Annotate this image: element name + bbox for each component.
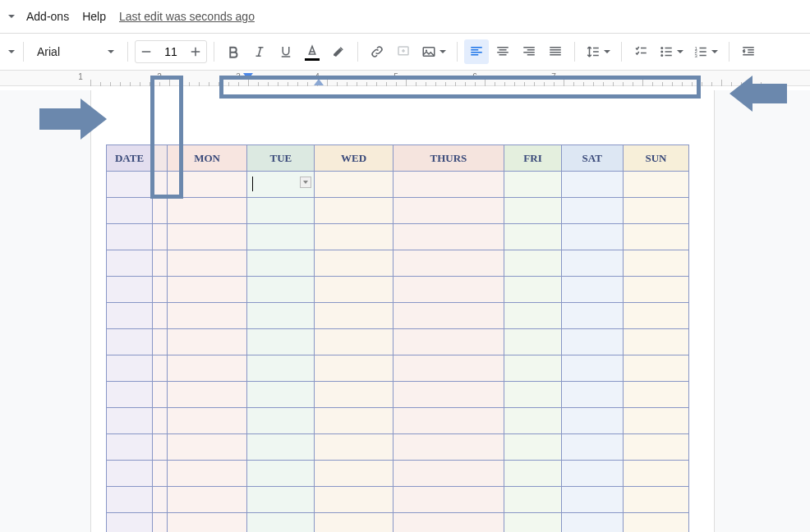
table-cell[interactable] xyxy=(623,461,688,487)
table-cell[interactable] xyxy=(168,355,247,382)
table-cell[interactable] xyxy=(393,224,504,250)
table-cell[interactable] xyxy=(153,303,168,329)
table-cell[interactable] xyxy=(315,513,393,533)
table-cell[interactable] xyxy=(247,198,315,224)
table-cell[interactable] xyxy=(504,487,561,513)
table-cell[interactable] xyxy=(247,172,315,198)
table-cell[interactable] xyxy=(247,277,315,303)
table-cell[interactable] xyxy=(561,434,623,461)
insert-link-button[interactable] xyxy=(365,39,389,64)
table-cell[interactable] xyxy=(153,487,168,513)
table-cell[interactable] xyxy=(153,172,168,198)
table-cell[interactable] xyxy=(561,277,623,303)
ruler[interactable]: 1234567 xyxy=(0,70,810,86)
table-cell[interactable] xyxy=(504,434,561,461)
table-cell[interactable] xyxy=(153,461,168,487)
table-cell[interactable] xyxy=(315,434,393,461)
table-cell[interactable] xyxy=(107,355,153,382)
table-cell[interactable] xyxy=(153,198,168,224)
table-cell[interactable] xyxy=(153,250,168,277)
table-cell[interactable] xyxy=(168,303,247,329)
line-spacing-button[interactable] xyxy=(582,39,614,64)
table-cell[interactable] xyxy=(393,250,504,277)
table-cell[interactable] xyxy=(393,198,504,224)
table-header[interactable]: DATE xyxy=(107,145,153,172)
table-cell[interactable] xyxy=(168,329,247,355)
table-header[interactable]: FRI xyxy=(504,145,561,172)
table-cell[interactable] xyxy=(561,329,623,355)
align-justify-button[interactable] xyxy=(543,39,568,64)
table-cell[interactable] xyxy=(623,434,688,461)
table-cell[interactable] xyxy=(623,355,688,382)
table-cell[interactable] xyxy=(561,382,623,408)
table-cell[interactable] xyxy=(315,303,393,329)
table-cell[interactable] xyxy=(504,355,561,382)
table-cell[interactable] xyxy=(315,250,393,277)
table-cell[interactable] xyxy=(315,277,393,303)
table-cell[interactable] xyxy=(168,513,247,533)
table-cell[interactable] xyxy=(107,198,153,224)
table-cell[interactable] xyxy=(623,224,688,250)
table-cell[interactable] xyxy=(247,250,315,277)
table-cell[interactable] xyxy=(623,513,688,533)
cell-dropdown-button[interactable] xyxy=(300,177,311,188)
table-cell[interactable] xyxy=(623,198,688,224)
align-right-button[interactable] xyxy=(517,39,541,64)
table-cell[interactable] xyxy=(107,250,153,277)
menu-addons[interactable]: Add-ons xyxy=(26,10,69,23)
table-cell[interactable] xyxy=(504,303,561,329)
table-cell[interactable] xyxy=(247,461,315,487)
table-cell[interactable] xyxy=(623,487,688,513)
table-cell[interactable] xyxy=(623,172,688,198)
table-cell[interactable] xyxy=(153,513,168,533)
table-cell[interactable] xyxy=(247,434,315,461)
table-cell[interactable] xyxy=(561,408,623,434)
align-center-button[interactable] xyxy=(490,39,515,64)
table-header[interactable]: WED xyxy=(315,145,393,172)
table-cell[interactable] xyxy=(393,513,504,533)
table-cell[interactable] xyxy=(315,408,393,434)
table-cell[interactable] xyxy=(107,487,153,513)
table-cell[interactable] xyxy=(393,408,504,434)
italic-button[interactable] xyxy=(247,39,272,64)
table-cell[interactable] xyxy=(393,382,504,408)
table-cell[interactable] xyxy=(168,198,247,224)
font-family-select[interactable]: Arial xyxy=(30,39,121,64)
table-cell[interactable] xyxy=(623,382,688,408)
table-header[interactable]: MON xyxy=(168,145,247,172)
table-cell[interactable] xyxy=(504,513,561,533)
table-cell[interactable] xyxy=(168,224,247,250)
table-cell[interactable] xyxy=(247,408,315,434)
table-cell[interactable] xyxy=(247,382,315,408)
table-cell[interactable] xyxy=(504,250,561,277)
table-cell[interactable] xyxy=(315,461,393,487)
table-cell[interactable] xyxy=(107,329,153,355)
table-cell[interactable] xyxy=(504,198,561,224)
table-cell[interactable] xyxy=(153,434,168,461)
table-cell[interactable] xyxy=(504,408,561,434)
table-cell[interactable] xyxy=(107,303,153,329)
underline-button[interactable] xyxy=(274,39,298,64)
table-cell[interactable] xyxy=(623,408,688,434)
table-cell[interactable] xyxy=(504,461,561,487)
bold-button[interactable] xyxy=(221,39,246,64)
insert-comment-button[interactable] xyxy=(391,39,416,64)
table-cell[interactable] xyxy=(107,434,153,461)
table-cell[interactable] xyxy=(153,224,168,250)
indent-marker-first[interactable] xyxy=(243,73,253,80)
table-cell[interactable] xyxy=(504,172,561,198)
table-cell[interactable] xyxy=(107,224,153,250)
table-cell[interactable] xyxy=(107,382,153,408)
table-cell[interactable] xyxy=(153,382,168,408)
table-cell[interactable] xyxy=(315,382,393,408)
table-cell[interactable] xyxy=(247,355,315,382)
table-header[interactable]: THURS xyxy=(393,145,504,172)
table-cell[interactable] xyxy=(153,355,168,382)
text-color-button[interactable] xyxy=(300,39,324,64)
table-cell[interactable] xyxy=(247,329,315,355)
table-cell[interactable] xyxy=(561,172,623,198)
font-size-input[interactable] xyxy=(157,41,185,62)
insert-image-button[interactable] xyxy=(417,39,450,64)
table-cell[interactable] xyxy=(561,250,623,277)
table-cell[interactable] xyxy=(623,250,688,277)
